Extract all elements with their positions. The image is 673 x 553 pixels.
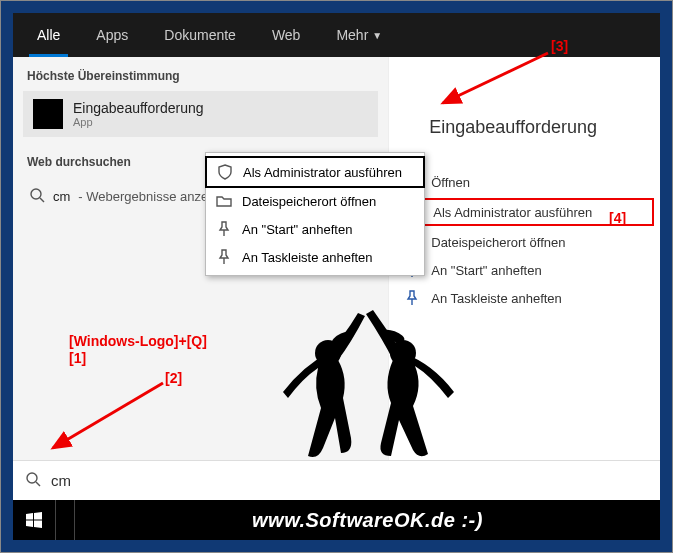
search-tabs: Alle Apps Dokumente Web Mehr▼ xyxy=(13,13,660,57)
windows-logo-icon xyxy=(26,512,42,528)
action-location[interactable]: Dateispeicherort öffnen xyxy=(389,228,660,256)
footer-text: www.SoftwareOK.de :-) xyxy=(75,509,660,532)
ctx-pinstart[interactable]: An "Start" anheften xyxy=(206,215,424,243)
tab-more-label: Mehr xyxy=(336,27,368,43)
taskbar: www.SoftwareOK.de :-) xyxy=(13,500,660,540)
pin-icon xyxy=(403,289,421,307)
ctx-location-label: Dateispeicherort öffnen xyxy=(242,194,376,209)
context-menu: Als Administrator ausführen Dateispeiche… xyxy=(205,152,425,276)
svg-point-3 xyxy=(27,473,37,483)
tab-more[interactable]: Mehr▼ xyxy=(318,13,400,57)
shield-icon xyxy=(217,164,233,180)
action-open[interactable]: Öffnen xyxy=(389,168,660,196)
action-pinstart[interactable]: An "Start" anheften xyxy=(389,256,660,284)
best-match-item[interactable]: Eingabeaufforderung App xyxy=(23,91,378,137)
right-title: Eingabeaufforderung xyxy=(389,117,660,168)
action-admin-label: Als Administrator ausführen xyxy=(433,205,592,220)
ctx-location[interactable]: Dateispeicherort öffnen xyxy=(206,187,424,215)
search-icon xyxy=(25,471,41,491)
ctx-admin-label: Als Administrator ausführen xyxy=(243,165,402,180)
pin-icon xyxy=(216,221,232,237)
ctx-pinstart-label: An "Start" anheften xyxy=(242,222,352,237)
search-window: Alle Apps Dokumente Web Mehr▼ Höchste Üb… xyxy=(13,13,660,540)
results-right: Eingabeaufforderung Öffnen Als Administr… xyxy=(388,57,660,460)
taskbar-search[interactable] xyxy=(55,500,75,540)
ctx-admin[interactable]: Als Administrator ausführen xyxy=(205,156,425,188)
best-match-title: Eingabeaufforderung xyxy=(73,100,204,116)
search-bar xyxy=(13,460,660,500)
tab-docs[interactable]: Dokumente xyxy=(146,13,254,57)
action-pintask[interactable]: An Taskleiste anheften xyxy=(389,284,660,312)
action-location-label: Dateispeicherort öffnen xyxy=(431,235,565,250)
ctx-pintask[interactable]: An Taskleiste anheften xyxy=(206,243,424,271)
ctx-pintask-label: An Taskleiste anheften xyxy=(242,250,373,265)
action-admin[interactable]: Als Administrator ausführen xyxy=(397,198,654,226)
search-input[interactable] xyxy=(51,472,648,489)
folder-icon xyxy=(216,193,232,209)
chevron-down-icon: ▼ xyxy=(372,30,382,41)
svg-line-4 xyxy=(36,482,40,486)
web-term: cm xyxy=(53,189,70,204)
action-pinstart-label: An "Start" anheften xyxy=(431,263,541,278)
tab-apps[interactable]: Apps xyxy=(78,13,146,57)
svg-line-1 xyxy=(40,198,44,202)
pin-icon xyxy=(216,249,232,265)
action-pintask-label: An Taskleiste anheften xyxy=(431,291,562,306)
search-content: Höchste Übereinstimmung Eingabeaufforder… xyxy=(13,57,660,460)
tab-web[interactable]: Web xyxy=(254,13,319,57)
best-match-sub: App xyxy=(73,116,204,128)
action-open-label: Öffnen xyxy=(431,175,470,190)
best-match-text: Eingabeaufforderung App xyxy=(73,100,204,128)
section-best-match: Höchste Übereinstimmung xyxy=(13,63,388,91)
tab-all[interactable]: Alle xyxy=(19,13,78,57)
start-button[interactable] xyxy=(13,500,55,540)
search-icon xyxy=(29,187,45,206)
svg-point-0 xyxy=(31,189,41,199)
cmd-icon xyxy=(33,99,63,129)
